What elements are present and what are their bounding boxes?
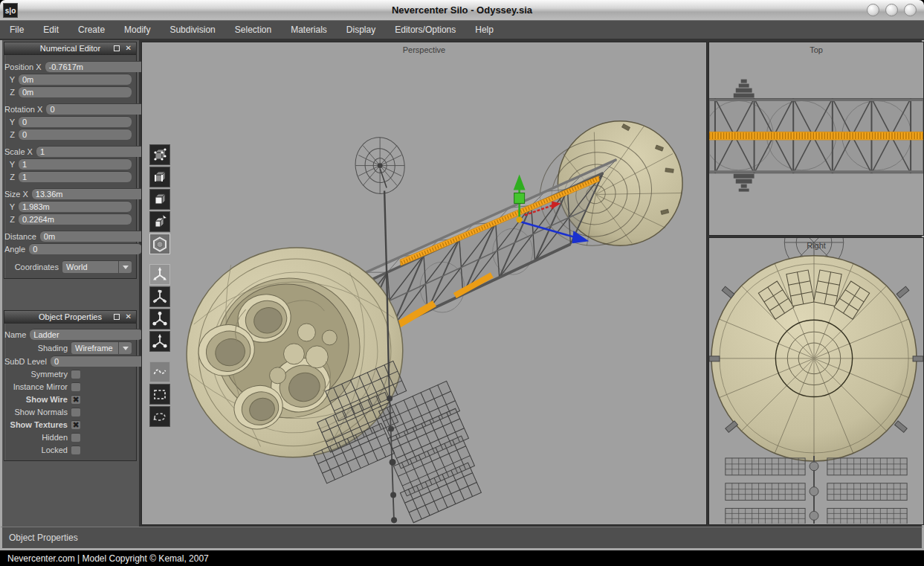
panel-close-icon[interactable]: ✕ [126,44,132,52]
field-label: Name [4,330,30,339]
distance-field[interactable] [40,231,153,242]
position-z-field[interactable] [19,86,132,97]
solar-panel-array[interactable] [314,361,482,522]
marquee-select-button[interactable] [149,384,170,405]
right-scene-canvas[interactable] [709,238,923,524]
field-label: Scale X [4,147,36,156]
panel-close-icon[interactable]: ✕ [126,312,132,321]
panel-collapse-icon[interactable] [114,314,120,320]
scale-x-field[interactable] [36,146,149,157]
face-mode-button[interactable] [149,189,170,210]
size-x-field[interactable] [32,188,145,199]
field-label: Z [4,173,19,181]
field-label: Z [4,88,19,97]
lasso-select-icon [152,408,168,425]
field-label: Size X [4,190,32,199]
symmetry-checkbox[interactable] [71,370,80,379]
object-properties-panel: Object Properties ✕ Name Shading Wirefra… [4,310,137,461]
locked-checkbox[interactable] [71,446,80,454]
ladder-top-view[interactable] [709,132,923,140]
menu-edit[interactable]: Edit [33,25,68,35]
multi-mode-icon [152,236,168,252]
field-label: Position X [4,62,45,71]
left-panel-column: Numerical Editor ✕ Position X Y Z Rotati… [2,40,139,527]
numerical-editor-header[interactable]: Numerical Editor ✕ [4,42,136,55]
object-mode-button[interactable] [149,211,170,232]
scale-y-field[interactable] [19,158,132,170]
field-label: Locked [4,446,71,454]
close-button[interactable] [904,4,917,16]
menu-editors-options[interactable]: Editors/Options [385,25,465,35]
menu-modify[interactable]: Modify [114,25,160,35]
hidden-checkbox[interactable] [71,433,80,442]
title-bar[interactable]: s|o Nevercenter Silo - Odyssey.sia [0,0,924,21]
menu-help[interactable]: Help [465,25,503,35]
move-tool-button[interactable] [149,264,170,285]
dish-antenna[interactable] [352,134,408,196]
object-mode-icon [152,213,168,230]
show-normals-checkbox[interactable] [71,408,80,417]
scale-z-field[interactable] [19,171,132,182]
field-label: Z [4,215,19,224]
menu-create[interactable]: Create [68,25,114,35]
menu-materials[interactable]: Materials [281,25,337,35]
credit-text: Nevercenter.com | Model Copyright © Kema… [0,553,209,564]
top-viewport[interactable]: Top [708,42,924,236]
vertex-mode-button[interactable] [149,144,170,165]
menu-selection[interactable]: Selection [225,25,281,35]
paint-select-button[interactable] [149,361,170,382]
field-label: Y [4,202,19,211]
field-label: Y [4,75,19,84]
field-label: Z [4,130,19,139]
viewport-label-perspective: Perspective [142,45,706,54]
instance-mirror-checkbox[interactable] [71,382,80,391]
lasso-select-button[interactable] [149,406,170,427]
edge-mode-button[interactable] [149,167,170,187]
perspective-viewport[interactable]: Perspective [141,42,707,525]
universal-manipulator-icon [152,333,168,350]
menu-display[interactable]: Display [337,25,385,35]
numerical-editor-panel: Numerical Editor ✕ Position X Y Z Rotati… [4,42,137,279]
coordinates-value: World [62,263,118,271]
viewport-label-top: Top [709,45,923,54]
field-label: Show Normals [4,408,71,417]
angle-field[interactable] [29,243,142,254]
scale-tool-icon [152,311,168,327]
position-y-field[interactable] [19,74,132,85]
scale-tool-button[interactable] [149,309,170,329]
panel-collapse-icon[interactable] [114,45,120,51]
silo-window: s|o Nevercenter Silo - Odyssey.sia File … [0,0,924,566]
size-y-field[interactable] [19,201,132,212]
field-label: Rotation X [4,105,46,114]
top-scene-canvas[interactable] [709,42,923,235]
show-wire-checkbox[interactable]: ✖ [71,395,80,404]
universal-manipulator-button[interactable] [149,331,170,352]
rotate-tool-button[interactable] [149,286,170,307]
command-sphere-right-view[interactable] [709,256,923,461]
field-label: Y [4,160,19,169]
right-viewport[interactable]: Right [708,237,924,525]
workspace: Numerical Editor ✕ Position X Y Z Rotati… [0,40,924,527]
menu-subdivision[interactable]: Subdivision [160,25,224,35]
maximize-button[interactable] [885,4,898,16]
shading-dropdown[interactable]: Wireframe [71,341,132,354]
rotation-z-field[interactable] [19,129,132,140]
object-properties-header[interactable]: Object Properties ✕ [4,311,136,324]
rotation-y-field[interactable] [19,116,132,127]
paint-select-icon [152,364,168,380]
status-bar: Object Properties [0,527,924,548]
coordinates-dropdown[interactable]: World [62,260,132,273]
field-label: Distance [4,232,40,241]
size-z-field[interactable] [19,213,132,225]
show-textures-checkbox[interactable]: ✖ [71,420,80,429]
edge-mode-icon [152,169,168,185]
solar-array-right-view[interactable] [726,456,907,524]
field-label: Symmetry [4,370,71,379]
menu-file[interactable]: File [0,25,33,35]
perspective-scene-canvas[interactable] [142,42,706,524]
chevron-down-icon[interactable] [118,342,132,354]
minimize-button[interactable] [867,4,879,16]
chevron-down-icon[interactable] [118,261,132,273]
multi-mode-button[interactable] [149,234,170,254]
name-field[interactable] [30,329,143,340]
